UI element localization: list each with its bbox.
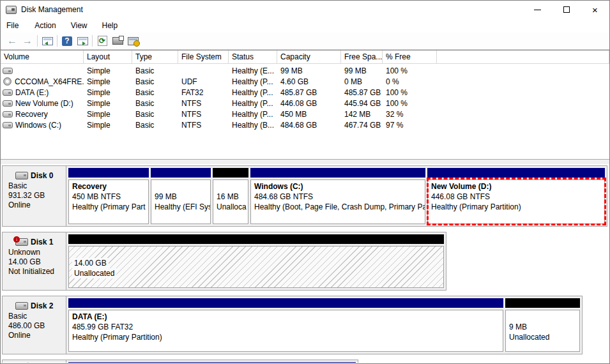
partition-title: Recovery	[72, 181, 145, 192]
partition-size: 99 MB	[155, 192, 207, 202]
back-icon: ←	[7, 36, 17, 46]
disk-properties-button[interactable]	[110, 34, 125, 48]
disk0-label[interactable]: Disk 0 Basic 931.32 GB Online	[3, 166, 66, 226]
cell-capacity: 4.60 GB	[277, 77, 341, 86]
disk-status: Not Initialized	[8, 267, 66, 277]
partition-status: Unalloca	[217, 202, 245, 212]
partition-size: 484.68 GB NTFS	[254, 192, 422, 202]
volume-name: CCCOMA_X64FRE...	[15, 77, 84, 86]
partition-title: Windows (C:)	[254, 181, 422, 192]
table-row-recovery[interactable]: Recovery Simple Basic NTFS Healthy (P...…	[1, 109, 609, 119]
cell-layout: Simple	[84, 99, 132, 108]
cdrom-label[interactable]	[3, 360, 66, 363]
refresh-button[interactable]: ⟳	[95, 34, 110, 48]
col-type[interactable]: Type	[132, 50, 178, 63]
pane-splitter[interactable]	[1, 159, 609, 164]
volume-name: Windows (C:)	[15, 121, 61, 130]
cell-pct-free: 100 %	[383, 66, 437, 75]
table-row-windows-c[interactable]: Windows (C:) Simple Basic NTFS Healthy (…	[1, 119, 609, 130]
cell-status: Healthy (B...	[229, 121, 277, 130]
cell-layout: Simple	[84, 121, 132, 130]
partition-recovery[interactable]: Recovery 450 MB NTFS Healthy (Primary Pa…	[68, 168, 149, 224]
show-console-tree-button[interactable]	[40, 34, 55, 48]
menu-help[interactable]: Help	[96, 20, 125, 32]
partition-efi[interactable]: 99 MB Healthy (EFI Sys	[151, 168, 211, 224]
col-status[interactable]: Status	[229, 50, 277, 63]
rescan-disks-button[interactable]	[125, 34, 141, 48]
show-action-pane-button[interactable]	[75, 34, 90, 48]
disk1-region: 14.00 GB Unallocated	[66, 232, 446, 290]
cell-pct-free: 0 %	[383, 77, 437, 86]
cell-file-system: NTFS	[178, 99, 229, 108]
partition-size: 450 MB NTFS	[72, 192, 145, 202]
disk1-label[interactable]: Disk 1 Unknown 14.00 GB Not Initialized	[3, 232, 66, 290]
volume-name: Recovery	[15, 110, 48, 119]
col-capacity[interactable]: Capacity	[277, 50, 341, 63]
cell-capacity: 485.87 GB	[277, 88, 341, 97]
table-row-efi[interactable]: Simple Basic Healthy (E... 99 MB 99 MB 1…	[1, 65, 609, 76]
menu-action[interactable]: Action	[28, 20, 62, 32]
partition-stripe	[68, 362, 356, 363]
col-pct-free[interactable]: % Free	[383, 50, 437, 63]
partition-new-volume-d[interactable]: New Volume (D:) 446.08 GB NTFS Healthy (…	[427, 168, 605, 224]
col-volume[interactable]: Volume	[1, 50, 84, 63]
disk-size: 486.00 GB	[8, 321, 66, 331]
partition-title	[509, 312, 576, 322]
cell-type: Basic	[132, 88, 178, 97]
partition-windows-c[interactable]: Windows (C:) 484.68 GB NTFS Healthy (Boo…	[250, 168, 425, 224]
cell-status: Healthy (P...	[229, 110, 277, 119]
cell-free-space: 467.74 GB	[341, 121, 383, 130]
disk-row-1: Disk 1 Unknown 14.00 GB Not Initialized …	[2, 232, 446, 291]
help-button[interactable]: ?	[59, 34, 75, 48]
cell-layout: Simple	[84, 88, 132, 97]
rescan-disks-icon	[128, 37, 139, 45]
toolbar-separator	[37, 35, 38, 47]
partition-title: New Volume (D:)	[431, 181, 601, 192]
forward-button[interactable]: →	[20, 34, 35, 48]
col-layout[interactable]: Layout	[84, 50, 132, 63]
disk-row-2: Disk 2 Basic 486.00 GB Online DATA (E:) …	[2, 296, 583, 354]
disk-graph-pane: Disk 0 Basic 931.32 GB Online Recovery 4…	[1, 164, 609, 363]
help-icon: ?	[62, 36, 72, 46]
disk-type: Unknown	[8, 248, 66, 257]
minimize-button[interactable]	[523, 1, 552, 19]
partition-status: Healthy (Boot, Page File, Crash Dump, Pr…	[254, 202, 422, 212]
disk2-label[interactable]: Disk 2 Basic 486.00 GB Online	[3, 296, 66, 354]
cell-type: Basic	[132, 66, 178, 75]
titlebar: Disk Management ×	[1, 1, 609, 19]
maximize-button[interactable]	[552, 1, 581, 19]
cell-capacity: 446.08 GB	[277, 99, 341, 108]
col-free-space[interactable]: Free Spa...	[341, 50, 383, 63]
table-row-cccoma[interactable]: CCCOMA_X64FRE... Simple Basic UDF Health…	[1, 76, 609, 87]
disk-row-0: Disk 0 Basic 931.32 GB Online Recovery 4…	[2, 165, 607, 227]
drive-icon	[3, 68, 13, 74]
partition-unallocated-16mb[interactable]: 16 MB Unalloca	[213, 168, 248, 224]
drive-icon	[3, 111, 13, 118]
disk2-region: DATA (E:) 485.99 GB FAT32 Healthy (Prima…	[66, 296, 582, 354]
back-button[interactable]: ←	[4, 34, 20, 48]
partition-unallocated-9mb[interactable]: 9 MB Unallocated	[505, 298, 580, 352]
col-filler	[437, 50, 609, 63]
menu-view[interactable]: View	[65, 20, 94, 32]
menu-file[interactable]: File	[6, 20, 26, 32]
disk-icon	[15, 172, 28, 179]
cell-layout: Simple	[84, 77, 132, 86]
refresh-icon: ⟳	[98, 36, 107, 46]
cell-type: Basic	[132, 99, 178, 108]
table-row-new-volume-d[interactable]: New Volume (D:) Simple Basic NTFS Health…	[1, 98, 609, 109]
partition-cdrom-media[interactable]	[68, 362, 356, 363]
disk-size: 931.32 GB	[8, 191, 66, 201]
col-file-system[interactable]: File System	[178, 50, 229, 63]
table-row-data-e[interactable]: DATA (E:) Simple Basic FAT32 Healthy (P.…	[1, 87, 609, 98]
partition-data-e[interactable]: DATA (E:) 485.99 GB FAT32 Healthy (Prima…	[68, 298, 503, 352]
cell-status: Healthy (P...	[229, 77, 277, 86]
partition-title	[155, 181, 207, 192]
forward-icon: →	[22, 36, 33, 46]
partition-unallocated-14gb[interactable]: 14.00 GB Unallocated	[68, 234, 444, 288]
partition-status: Healthy (Primary Part	[72, 202, 145, 212]
partition-title	[72, 248, 440, 258]
volume-table-body: Simple Basic Healthy (E... 99 MB 99 MB 1…	[1, 64, 609, 130]
close-button[interactable]: ×	[581, 1, 609, 19]
partition-title: DATA (E:)	[72, 312, 499, 322]
cell-capacity: 484.68 GB	[277, 121, 341, 130]
